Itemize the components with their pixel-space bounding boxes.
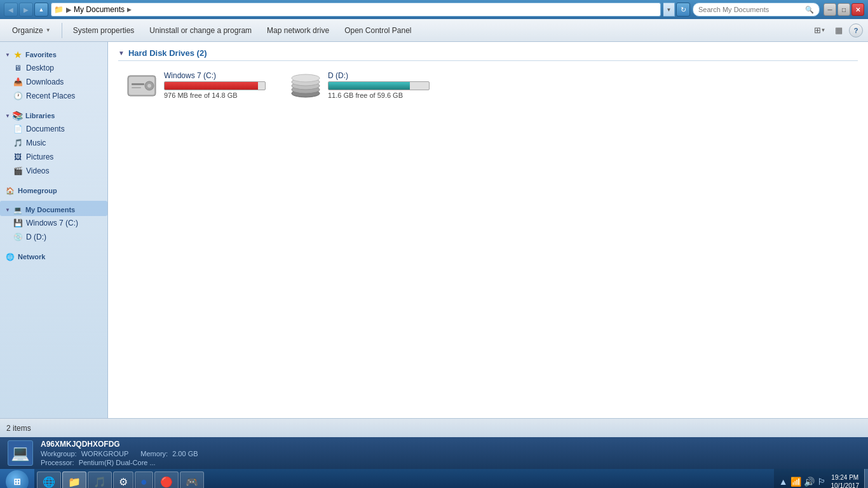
system-properties-button[interactable]: System properties <box>66 22 142 39</box>
sidebar-item-music[interactable]: 🎵 Music <box>0 136 107 150</box>
close-button[interactable]: ✕ <box>851 3 864 16</box>
windows-c-icon: 💾 <box>13 218 23 228</box>
pictures-icon: 🖼 <box>13 152 23 162</box>
workgroup-value: WORKGROUP <box>81 450 129 458</box>
homegroup-label: Homegroup <box>18 187 57 194</box>
downloads-icon: 📥 <box>13 77 23 87</box>
network-section[interactable]: 🌐 Network <box>0 248 107 263</box>
tray-icon-action-center[interactable]: 🏳 <box>817 477 826 487</box>
taskbar: ⊞ 🌐 📁 🎵 ⚙ ● 🔴 🎮 ▲ 📶 🔊 🏳 19:24 PM <box>0 469 868 488</box>
start-orb: ⊞ <box>6 470 29 488</box>
drive-c-progress-fill <box>165 82 258 90</box>
refresh-button[interactable]: ↻ <box>676 3 690 17</box>
sidebar-item-pictures[interactable]: 🖼 Pictures <box>0 150 107 164</box>
drive-d-free: 11.6 GB free of 59.6 GB <box>328 92 430 99</box>
address-arrow: ▶ <box>66 6 71 14</box>
tray-clock[interactable]: 19:24 PM 10/1/2017 <box>829 473 860 488</box>
preview-pane-button[interactable]: ▦ <box>830 22 848 39</box>
libraries-section[interactable]: ▼ 📚 Libraries <box>0 107 107 122</box>
start-windows-logo: ⊞ <box>13 477 21 487</box>
my-documents-section[interactable]: ▼ 💻 My Documents <box>0 201 107 216</box>
documents-icon: 📄 <box>13 124 23 134</box>
organize-arrow: ▼ <box>46 27 51 33</box>
help-button[interactable]: ? <box>849 24 863 37</box>
drive-d-svg <box>290 72 321 100</box>
tray-icon-volume[interactable]: 🔊 <box>804 477 815 487</box>
map-network-label: Map network drive <box>267 26 329 35</box>
taskbar-ie-icon: 🌐 <box>43 476 55 488</box>
music-label: Music <box>26 139 46 147</box>
drive-d-info: D (D:) 11.6 GB free of 59.6 GB <box>328 71 430 99</box>
view-icon: ⊞ <box>814 25 821 35</box>
sidebar-item-desktop[interactable]: 🖥 Desktop <box>0 61 107 75</box>
search-icon: 🔍 <box>805 6 814 14</box>
back-button[interactable]: ◀ <box>4 3 18 17</box>
homegroup-section[interactable]: 🏠 Homegroup <box>0 182 107 197</box>
taskbar-item-app5[interactable]: ● <box>135 471 153 488</box>
videos-icon: 🎬 <box>13 166 23 176</box>
show-desktop-button[interactable] <box>864 469 868 488</box>
recent-places-label: Recent Places <box>26 92 75 100</box>
search-box[interactable]: 🔍 <box>693 3 820 17</box>
sys-computer-icon: 💻 <box>8 440 33 466</box>
organize-button[interactable]: Organize ▼ <box>5 22 58 39</box>
minimize-button[interactable]: ─ <box>824 3 836 16</box>
taskbar-app5-icon: ● <box>140 475 147 489</box>
view-options-button[interactable]: ⊞ ▼ <box>811 22 829 39</box>
sidebar-item-documents[interactable]: 📄 Documents <box>0 122 107 136</box>
open-control-panel-button[interactable]: Open Control Panel <box>337 22 418 39</box>
start-button[interactable]: ⊞ <box>0 469 34 488</box>
up-button[interactable]: ▲ <box>34 3 48 17</box>
sidebar-item-d[interactable]: 💿 D (D:) <box>0 230 107 244</box>
favorites-section[interactable]: ▼ ★ Favorites <box>0 46 107 61</box>
section-collapse-arrow[interactable]: ▼ <box>118 50 125 57</box>
d-label: D (D:) <box>26 233 46 241</box>
address-dropdown[interactable]: ▼ <box>663 3 675 17</box>
svg-rect-4 <box>132 83 144 85</box>
videos-label: Videos <box>26 166 49 175</box>
sidebar-item-downloads[interactable]: 📥 Downloads <box>0 75 107 89</box>
taskbar-item-media[interactable]: 🎵 <box>88 471 112 488</box>
drive-c-item[interactable]: Windows 7 (C:) 976 MB free of 14.8 GB <box>123 69 268 102</box>
taskbar-tray: ▲ 📶 🔊 🏳 19:24 PM 10/1/2017 <box>774 469 864 488</box>
tray-icon-network[interactable]: 📶 <box>790 477 801 487</box>
window-controls: ─ □ ✕ <box>824 3 864 16</box>
sidebar-item-recent-places[interactable]: 🕐 Recent Places <box>0 89 107 103</box>
workgroup-label: Workgroup: <box>41 450 77 458</box>
content-area: ▼ Hard Disk Drives (2) <box>108 42 868 418</box>
libraries-label: Libraries <box>25 112 55 119</box>
network-label: Network <box>18 253 45 261</box>
drive-d-item[interactable]: D (D:) 11.6 GB free of 59.6 GB <box>287 69 432 102</box>
search-input[interactable] <box>698 6 805 13</box>
svg-rect-5 <box>132 87 141 88</box>
view-dropdown-arrow: ▼ <box>821 27 826 33</box>
map-network-button[interactable]: Map network drive <box>260 22 336 39</box>
status-text: 2 items <box>6 424 31 433</box>
sidebar-item-windows-c[interactable]: 💾 Windows 7 (C:) <box>0 216 107 230</box>
taskbar-app4-icon: ⚙ <box>119 476 128 488</box>
drive-d-progress-bar <box>328 81 430 90</box>
sidebar-item-videos[interactable]: 🎬 Videos <box>0 164 107 178</box>
maximize-button[interactable]: □ <box>837 3 850 16</box>
taskbar-item-app4[interactable]: ⚙ <box>113 471 133 488</box>
taskbar-item-explorer[interactable]: 📁 <box>62 471 86 488</box>
sys-workgroup-memory: Workgroup: WORKGROUP Memory: 2.00 GB <box>41 450 198 458</box>
forward-button[interactable]: ▶ <box>19 3 33 17</box>
sidebar: ▼ ★ Favorites 🖥 Desktop 📥 Downloads 🕐 Re… <box>0 42 108 418</box>
taskbar-app7-icon: 🎮 <box>186 476 198 488</box>
drive-c-info: Windows 7 (C:) 976 MB free of 14.8 GB <box>164 71 266 99</box>
taskbar-item-app6[interactable]: 🔴 <box>154 471 179 488</box>
taskbar-item-app7[interactable]: 🎮 <box>180 471 204 488</box>
favorites-label: Favorites <box>25 51 57 58</box>
pictures-label: Pictures <box>26 152 53 161</box>
taskbar-item-ie[interactable]: 🌐 <box>37 471 61 488</box>
desktop-icon: 🖥 <box>13 63 23 73</box>
toolbar: Organize ▼ System properties Uninstall o… <box>0 19 868 42</box>
favorites-arrow: ▼ <box>5 52 10 58</box>
svg-point-3 <box>147 84 151 88</box>
tray-icon-expand[interactable]: ▲ <box>779 477 788 487</box>
uninstall-button[interactable]: Uninstall or change a program <box>142 22 259 39</box>
address-bar[interactable]: 📁 ▶ My Documents ▶ <box>51 3 661 17</box>
uninstall-label: Uninstall or change a program <box>149 26 252 35</box>
sys-hostname: A96XMKJQDHXOFDG <box>41 440 198 449</box>
